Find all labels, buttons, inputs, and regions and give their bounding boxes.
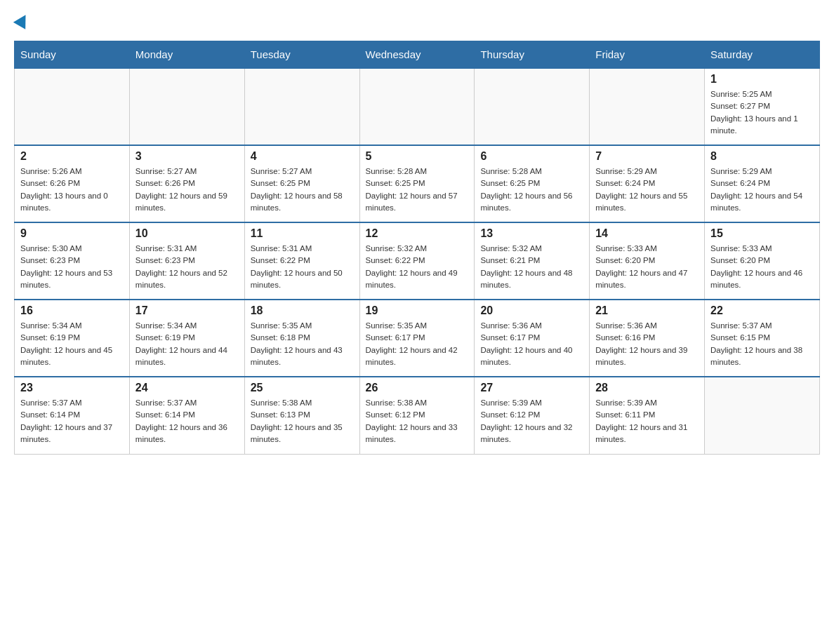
day-number: 18 <box>251 304 354 317</box>
day-number: 7 <box>595 150 699 163</box>
calendar-cell: 16Sunrise: 5:34 AMSunset: 6:19 PMDayligh… <box>15 300 130 377</box>
day-info: Sunrise: 5:37 AMSunset: 6:14 PMDaylight:… <box>20 397 124 445</box>
calendar-week-row: 1Sunrise: 5:25 AMSunset: 6:27 PMDaylight… <box>15 68 820 145</box>
calendar-cell: 19Sunrise: 5:35 AMSunset: 6:17 PMDayligh… <box>359 300 475 377</box>
day-number: 3 <box>135 150 239 163</box>
calendar-cell: 9Sunrise: 5:30 AMSunset: 6:23 PMDaylight… <box>15 222 130 300</box>
day-info: Sunrise: 5:31 AMSunset: 6:22 PMDaylight:… <box>251 243 354 291</box>
column-header-thursday: Thursday <box>475 41 590 69</box>
calendar-cell: 20Sunrise: 5:36 AMSunset: 6:17 PMDayligh… <box>475 300 590 377</box>
calendar-cell: 3Sunrise: 5:27 AMSunset: 6:26 PMDaylight… <box>129 145 244 222</box>
calendar-cell: 7Sunrise: 5:29 AMSunset: 6:24 PMDaylight… <box>590 145 705 222</box>
calendar-cell: 1Sunrise: 5:25 AMSunset: 6:27 PMDaylight… <box>705 68 820 145</box>
day-number: 5 <box>366 150 469 163</box>
calendar-cell: 26Sunrise: 5:38 AMSunset: 6:12 PMDayligh… <box>359 377 475 454</box>
calendar-cell: 5Sunrise: 5:28 AMSunset: 6:25 PMDaylight… <box>359 145 475 222</box>
calendar-cell: 4Sunrise: 5:27 AMSunset: 6:25 PMDaylight… <box>244 145 359 222</box>
column-header-wednesday: Wednesday <box>359 41 475 69</box>
day-info: Sunrise: 5:28 AMSunset: 6:25 PMDaylight:… <box>480 166 583 214</box>
day-number: 16 <box>20 304 124 317</box>
day-number: 27 <box>480 382 583 394</box>
day-info: Sunrise: 5:39 AMSunset: 6:12 PMDaylight:… <box>480 397 583 445</box>
day-number: 6 <box>480 150 583 163</box>
calendar-cell: 21Sunrise: 5:36 AMSunset: 6:16 PMDayligh… <box>590 300 705 377</box>
day-info: Sunrise: 5:30 AMSunset: 6:23 PMDaylight:… <box>20 243 124 291</box>
calendar-cell: 22Sunrise: 5:37 AMSunset: 6:15 PMDayligh… <box>705 300 820 377</box>
day-number: 21 <box>595 304 699 317</box>
calendar-cell: 28Sunrise: 5:39 AMSunset: 6:11 PMDayligh… <box>590 377 705 454</box>
calendar-cell: 18Sunrise: 5:35 AMSunset: 6:18 PMDayligh… <box>244 300 359 377</box>
day-number: 24 <box>135 382 239 394</box>
day-number: 2 <box>20 150 124 163</box>
calendar-header-row: SundayMondayTuesdayWednesdayThursdayFrid… <box>15 41 820 69</box>
day-info: Sunrise: 5:32 AMSunset: 6:22 PMDaylight:… <box>366 243 469 291</box>
column-header-sunday: Sunday <box>15 41 130 69</box>
calendar-cell <box>244 68 359 145</box>
day-info: Sunrise: 5:39 AMSunset: 6:11 PMDaylight:… <box>595 397 699 445</box>
day-number: 11 <box>251 227 354 240</box>
calendar-cell: 10Sunrise: 5:31 AMSunset: 6:23 PMDayligh… <box>129 222 244 300</box>
calendar-cell: 14Sunrise: 5:33 AMSunset: 6:20 PMDayligh… <box>590 222 705 300</box>
day-info: Sunrise: 5:29 AMSunset: 6:24 PMDaylight:… <box>595 166 699 214</box>
calendar-week-row: 16Sunrise: 5:34 AMSunset: 6:19 PMDayligh… <box>15 300 820 377</box>
day-number: 15 <box>710 227 814 240</box>
calendar-cell: 24Sunrise: 5:37 AMSunset: 6:14 PMDayligh… <box>129 377 244 454</box>
day-number: 8 <box>710 150 814 163</box>
column-header-friday: Friday <box>590 41 705 69</box>
day-number: 10 <box>135 227 239 240</box>
calendar-week-row: 23Sunrise: 5:37 AMSunset: 6:14 PMDayligh… <box>15 377 820 454</box>
column-header-saturday: Saturday <box>705 41 820 69</box>
day-number: 12 <box>366 227 469 240</box>
day-number: 9 <box>20 227 124 240</box>
day-number: 25 <box>251 382 354 394</box>
day-info: Sunrise: 5:33 AMSunset: 6:20 PMDaylight:… <box>710 243 814 291</box>
day-info: Sunrise: 5:35 AMSunset: 6:18 PMDaylight:… <box>251 320 354 368</box>
calendar-cell: 15Sunrise: 5:33 AMSunset: 6:20 PMDayligh… <box>705 222 820 300</box>
day-info: Sunrise: 5:34 AMSunset: 6:19 PMDaylight:… <box>20 320 124 368</box>
calendar-cell <box>475 68 590 145</box>
day-info: Sunrise: 5:37 AMSunset: 6:14 PMDaylight:… <box>135 397 239 445</box>
day-number: 1 <box>710 73 814 86</box>
calendar-table: SundayMondayTuesdayWednesdayThursdayFrid… <box>14 41 820 455</box>
day-info: Sunrise: 5:28 AMSunset: 6:25 PMDaylight:… <box>366 166 469 214</box>
calendar-cell <box>129 68 244 145</box>
column-header-monday: Monday <box>129 41 244 69</box>
day-number: 13 <box>480 227 583 240</box>
day-number: 20 <box>480 304 583 317</box>
day-number: 23 <box>20 382 124 394</box>
day-info: Sunrise: 5:31 AMSunset: 6:23 PMDaylight:… <box>135 243 239 291</box>
day-info: Sunrise: 5:27 AMSunset: 6:25 PMDaylight:… <box>251 166 354 214</box>
day-info: Sunrise: 5:26 AMSunset: 6:26 PMDaylight:… <box>20 166 124 214</box>
calendar-cell: 17Sunrise: 5:34 AMSunset: 6:19 PMDayligh… <box>129 300 244 377</box>
logo-triangle-icon <box>13 11 32 29</box>
day-info: Sunrise: 5:25 AMSunset: 6:27 PMDaylight:… <box>710 88 814 137</box>
column-header-tuesday: Tuesday <box>244 41 359 69</box>
day-number: 22 <box>710 304 814 317</box>
day-number: 17 <box>135 304 239 317</box>
day-info: Sunrise: 5:38 AMSunset: 6:12 PMDaylight:… <box>366 397 469 445</box>
calendar-cell: 12Sunrise: 5:32 AMSunset: 6:22 PMDayligh… <box>359 222 475 300</box>
calendar-cell: 2Sunrise: 5:26 AMSunset: 6:26 PMDaylight… <box>15 145 130 222</box>
day-number: 14 <box>595 227 699 240</box>
calendar-cell: 23Sunrise: 5:37 AMSunset: 6:14 PMDayligh… <box>15 377 130 454</box>
day-info: Sunrise: 5:32 AMSunset: 6:21 PMDaylight:… <box>480 243 583 291</box>
day-info: Sunrise: 5:36 AMSunset: 6:16 PMDaylight:… <box>595 320 699 368</box>
calendar-week-row: 2Sunrise: 5:26 AMSunset: 6:26 PMDaylight… <box>15 145 820 222</box>
day-number: 26 <box>366 382 469 394</box>
calendar-cell: 6Sunrise: 5:28 AMSunset: 6:25 PMDaylight… <box>475 145 590 222</box>
logo <box>14 14 31 27</box>
calendar-cell: 25Sunrise: 5:38 AMSunset: 6:13 PMDayligh… <box>244 377 359 454</box>
calendar-cell <box>15 68 130 145</box>
calendar-cell: 27Sunrise: 5:39 AMSunset: 6:12 PMDayligh… <box>475 377 590 454</box>
day-info: Sunrise: 5:35 AMSunset: 6:17 PMDaylight:… <box>366 320 469 368</box>
day-info: Sunrise: 5:37 AMSunset: 6:15 PMDaylight:… <box>710 320 814 368</box>
page-header <box>14 14 820 27</box>
day-info: Sunrise: 5:34 AMSunset: 6:19 PMDaylight:… <box>135 320 239 368</box>
day-number: 4 <box>251 150 354 163</box>
calendar-cell: 8Sunrise: 5:29 AMSunset: 6:24 PMDaylight… <box>705 145 820 222</box>
day-info: Sunrise: 5:29 AMSunset: 6:24 PMDaylight:… <box>710 166 814 214</box>
day-info: Sunrise: 5:27 AMSunset: 6:26 PMDaylight:… <box>135 166 239 214</box>
day-info: Sunrise: 5:38 AMSunset: 6:13 PMDaylight:… <box>251 397 354 445</box>
day-info: Sunrise: 5:36 AMSunset: 6:17 PMDaylight:… <box>480 320 583 368</box>
calendar-cell: 13Sunrise: 5:32 AMSunset: 6:21 PMDayligh… <box>475 222 590 300</box>
